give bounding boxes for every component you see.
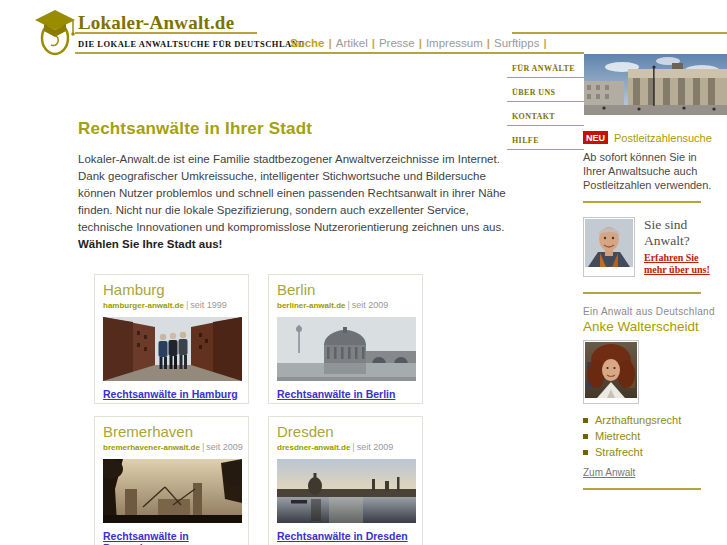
top-right-divider [512, 32, 727, 34]
neu-badge: NEU [583, 131, 608, 144]
city-since: seit 2009 [352, 300, 389, 310]
city-link-dresden[interactable]: Rechtsanwälte in Dresden [277, 530, 408, 542]
sidebar-divider [583, 201, 701, 203]
city-card-berlin: Berlin berliner-anwalt.de|seit 2009 [268, 274, 423, 404]
intro-cta-text: Wählen Sie Ihre Stadt aus! [78, 238, 222, 250]
city-since: seit 2009 [206, 442, 243, 452]
meta-separator: | [352, 442, 354, 452]
lawyer-promo-text: Sie sind Anwalt? Erfahren Sie mehr über … [644, 217, 714, 277]
city-name: Berlin [277, 280, 414, 299]
berlin-bode-museum-photo[interactable] [277, 317, 416, 381]
lawyer-photo-frame [583, 217, 635, 277]
page: Lokaler-Anwalt.de DIE LOKALE ANWALTSUCHE… [0, 0, 727, 545]
specialty-item[interactable]: Mietrecht [583, 430, 727, 442]
city-since: seit 2009 [357, 442, 394, 452]
city-link-berlin[interactable]: Rechtsanwälte in Berlin [277, 388, 395, 400]
nav-item-suche[interactable]: Suche [290, 37, 325, 49]
main-nav: Suche|Artikel|Presse|Impressum|Surftipps… [290, 37, 551, 49]
square-bullet-icon [583, 418, 588, 423]
graduation-cap-icon [33, 7, 77, 57]
city-domain: berliner-anwalt.de [277, 301, 345, 310]
lawyer-promo: Sie sind Anwalt? Erfahren Sie mehr über … [583, 217, 727, 277]
nav-item-presse[interactable]: Presse [379, 37, 415, 49]
meta-separator: | [202, 442, 204, 452]
meta-separator: | [347, 300, 349, 310]
nav-separator: | [543, 37, 546, 49]
dresden-skyline-photo[interactable] [277, 459, 416, 523]
square-bullet-icon [583, 434, 588, 439]
city-name: Dresden [277, 422, 414, 441]
menu-item-fuer-anwaelte[interactable]: FÜR ANWÄLTE [507, 54, 584, 78]
brand-divider [75, 32, 257, 34]
city-domain: bremerhavener-anwalt.de [103, 443, 200, 452]
city-name: Hamburg [103, 280, 240, 299]
city-link-hamburg[interactable]: Rechtsanwälte in Hamburg [103, 388, 238, 400]
city-meta: bremerhavener-anwalt.de|seit 2009 [103, 442, 240, 453]
plz-search-text: Ab sofort können Sie in Ihrer Anwaltsuch… [583, 150, 721, 192]
main-content: Rechtsanwälte in Ihrer Stadt Lokaler-Anw… [78, 119, 518, 545]
sidebar: NEU Postleitzahlensuche Ab sofort können… [583, 131, 727, 490]
intro-text: Lokaler-Anwalt.de ist eine Familie stadt… [78, 153, 506, 233]
brand-tagline: DIE LOKALE ANWALTSUCHE FÜR DEUTSCHLAND [78, 39, 305, 49]
lawyer-promo-link[interactable]: Erfahren Sie mehr über uns! [644, 252, 714, 276]
featured-lawyer-link[interactable]: Zum Anwalt [583, 467, 635, 478]
nav-separator: | [372, 37, 375, 49]
city-meta: hamburger-anwalt.de|seit 1999 [103, 300, 240, 311]
city-card-dresden: Dresden dresdner-anwalt.de|seit 2009 [268, 416, 423, 545]
nav-item-impressum[interactable]: Impressum [426, 37, 483, 49]
plz-search-header: NEU Postleitzahlensuche [583, 131, 727, 144]
specialty-item[interactable]: Strafrecht [583, 446, 727, 458]
sidebar-divider [583, 488, 701, 490]
anke-walterscheidt-photo [585, 342, 637, 398]
city-card-hamburg: Hamburg hamburger-anwalt.de|seit 1999 [94, 274, 249, 404]
featured-lawyer-name[interactable]: Anke Walterscheidt [583, 319, 727, 334]
city-card-grid: Hamburg hamburger-anwalt.de|seit 1999 [94, 274, 434, 545]
nav-separator: | [487, 37, 490, 49]
city-since: seit 1999 [190, 300, 227, 310]
city-meta: dresdner-anwalt.de|seit 2009 [277, 442, 414, 453]
featured-lawyer-label: Ein Anwalt aus Deutschland [583, 306, 727, 317]
featured-photo-frame [583, 340, 639, 404]
bremerhaven-harbor-photo[interactable] [103, 459, 242, 523]
city-card-bremerhaven: Bremerhaven bremerhavener-anwalt.de|seit… [94, 416, 249, 545]
sidebar-divider [583, 292, 701, 294]
secondary-menu: FÜR ANWÄLTE ÜBER UNS KONTAKT HILFE [507, 54, 584, 150]
page-title: Rechtsanwälte in Ihrer Stadt [78, 119, 518, 139]
city-domain: hamburger-anwalt.de [103, 301, 184, 310]
intro-paragraph: Lokaler-Anwalt.de ist eine Familie stadt… [78, 151, 518, 253]
menu-item-kontakt[interactable]: KONTAKT [507, 102, 584, 126]
city-name: Bremerhaven [103, 422, 240, 441]
menu-item-hilfe[interactable]: HILFE [507, 126, 584, 150]
brand-title[interactable]: Lokaler-Anwalt.de [78, 12, 234, 34]
nav-item-artikel[interactable]: Artikel [336, 37, 368, 49]
nav-separator: | [329, 37, 332, 49]
lawyer-man-photo [585, 219, 633, 267]
nav-item-surftipps[interactable]: Surftipps [494, 37, 539, 49]
specialty-list: Arzthaftungsrecht Mietrecht Strafrecht [583, 414, 727, 458]
city-link-bremerhaven[interactable]: Rechtsanwälte in Bremerhaven [103, 530, 240, 545]
plz-search-title[interactable]: Postleitzahlensuche [614, 132, 712, 144]
lawyer-promo-title: Sie sind Anwalt? [644, 217, 706, 249]
city-meta: berliner-anwalt.de|seit 2009 [277, 300, 414, 311]
city-domain: dresdner-anwalt.de [277, 443, 350, 452]
specialty-item[interactable]: Arzthaftungsrecht [583, 414, 727, 426]
nav-separator: | [419, 37, 422, 49]
square-bullet-icon [583, 450, 588, 455]
brandenburg-gate-photo [584, 54, 727, 115]
hamburg-speicherstadt-photo[interactable] [103, 317, 242, 381]
meta-separator: | [186, 300, 188, 310]
menu-item-ueber-uns[interactable]: ÜBER UNS [507, 78, 584, 102]
